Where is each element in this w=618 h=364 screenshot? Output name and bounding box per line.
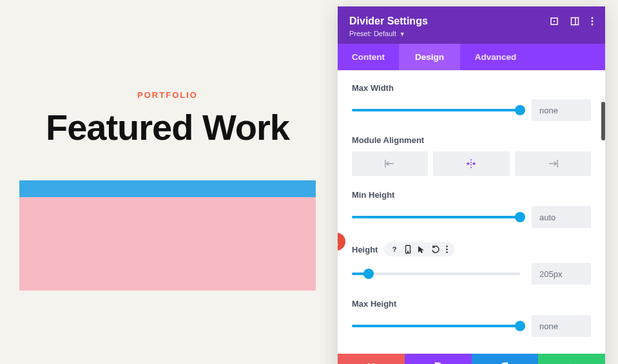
svg-point-19 xyxy=(447,249,449,251)
confirm-button[interactable] xyxy=(538,354,605,364)
panel-header: Divider Settings Preset: Default ▼ xyxy=(338,6,605,44)
svg-point-1 xyxy=(554,21,555,22)
field-min-height: Min Height auto xyxy=(352,190,591,228)
align-left-icon xyxy=(384,159,396,168)
svg-point-6 xyxy=(592,24,594,26)
align-center-icon xyxy=(465,159,477,168)
height-slider[interactable] xyxy=(352,273,520,275)
svg-text:?: ? xyxy=(392,245,397,253)
tab-advanced[interactable]: Advanced xyxy=(460,44,531,70)
page-canvas: PORTFOLIO Featured Work xyxy=(0,0,335,364)
cancel-button[interactable] xyxy=(338,354,405,364)
svg-point-5 xyxy=(592,21,594,23)
svg-point-20 xyxy=(447,251,449,253)
preset-value: Default xyxy=(374,30,396,37)
height-input[interactable]: 205px xyxy=(532,263,591,285)
preset-label: Preset: xyxy=(349,30,372,37)
panel-title: Divider Settings xyxy=(349,15,428,27)
layout-icon[interactable] xyxy=(570,17,579,26)
preset-row[interactable]: Preset: Default ▼ xyxy=(349,30,594,37)
panel-body: 1 Max Width none Module Alignment xyxy=(338,70,605,354)
responsive-icon[interactable] xyxy=(405,245,411,254)
divider-pink-block xyxy=(19,197,316,291)
max-width-input[interactable]: none xyxy=(532,99,591,121)
module-alignment-label: Module Alignment xyxy=(352,135,424,145)
field-height: Height ? 205px xyxy=(352,242,591,285)
height-tools: ? xyxy=(384,242,454,256)
max-height-input[interactable]: none xyxy=(532,315,591,337)
field-max-height: Max Height none xyxy=(352,299,591,337)
svg-rect-2 xyxy=(572,18,579,25)
panel-footer xyxy=(338,354,605,364)
max-height-slider[interactable] xyxy=(352,325,520,327)
align-right-button[interactable] xyxy=(515,151,591,176)
field-module-alignment: Module Alignment xyxy=(352,135,591,176)
portfolio-label: PORTFOLIO xyxy=(19,90,316,100)
min-height-label: Min Height xyxy=(352,190,394,200)
height-label: Height xyxy=(352,245,378,254)
help-icon[interactable]: ? xyxy=(391,245,398,253)
tab-design[interactable]: Design xyxy=(399,44,460,70)
expand-icon[interactable] xyxy=(550,17,559,26)
undo-button[interactable] xyxy=(405,354,472,364)
svg-point-4 xyxy=(592,17,594,19)
max-height-label: Max Height xyxy=(352,299,396,309)
more-icon[interactable] xyxy=(591,17,594,26)
hover-icon[interactable] xyxy=(418,245,425,254)
align-center-button[interactable] xyxy=(433,151,509,176)
field-max-width: Max Width none xyxy=(352,83,591,121)
divider-preview[interactable] xyxy=(19,180,316,291)
scrollbar[interactable] xyxy=(601,102,605,140)
align-left-button[interactable] xyxy=(352,151,428,176)
more-vert-icon[interactable] xyxy=(446,245,448,253)
tabs: Content Design Advanced xyxy=(338,44,605,70)
max-width-slider[interactable] xyxy=(352,109,520,111)
tab-content[interactable]: Content xyxy=(338,44,399,70)
svg-point-16 xyxy=(408,251,409,252)
max-width-label: Max Width xyxy=(352,83,394,93)
min-height-input[interactable]: auto xyxy=(532,206,591,228)
svg-marker-17 xyxy=(418,246,424,253)
divider-blue-bar xyxy=(19,180,316,197)
settings-panel: Divider Settings Preset: Default ▼ Conte… xyxy=(338,6,605,364)
panel-header-icons xyxy=(550,17,594,26)
caret-down-icon: ▼ xyxy=(400,31,405,37)
min-height-slider[interactable] xyxy=(352,216,520,218)
annotation-badge-1: 1 xyxy=(338,233,345,251)
align-right-icon xyxy=(547,159,559,168)
featured-heading: Featured Work xyxy=(19,106,316,148)
svg-point-18 xyxy=(447,245,449,247)
redo-button[interactable] xyxy=(472,354,539,364)
reset-icon[interactable] xyxy=(431,245,439,254)
